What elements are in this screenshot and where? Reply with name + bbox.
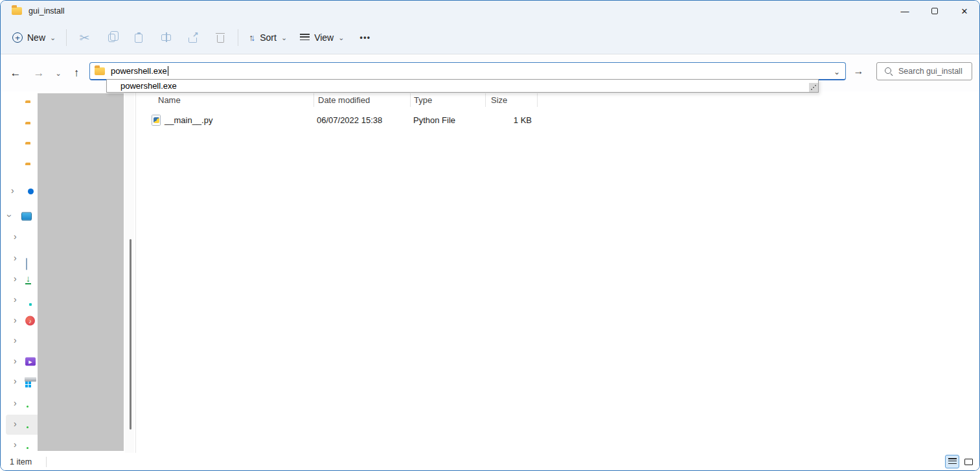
toolbar-divider	[66, 29, 67, 46]
chevron-right-icon[interactable]: ›	[14, 375, 17, 387]
this-pc-icon	[21, 213, 32, 221]
forward-icon: →	[34, 67, 45, 80]
share-button[interactable]: ↗	[179, 27, 207, 49]
file-list: ^ Name Date modified Type Size __main__.…	[137, 91, 979, 453]
chevron-right-icon[interactable]: ›	[14, 355, 17, 367]
chevron-right-icon[interactable]: ›	[11, 185, 14, 196]
column-header-date-modified[interactable]: Date modified	[318, 91, 370, 108]
search-box[interactable]	[876, 62, 972, 80]
go-arrow-icon: →	[854, 65, 864, 77]
search-input[interactable]	[898, 67, 966, 76]
up-icon: ↑	[74, 67, 80, 80]
share-icon: ↗	[188, 32, 198, 43]
address-input-value: powershell.exe	[111, 66, 167, 76]
up-button[interactable]: ↑	[67, 55, 86, 91]
close-icon: ✕	[961, 6, 968, 16]
rename-icon	[161, 34, 171, 41]
trash-icon	[217, 35, 224, 43]
rename-button[interactable]	[152, 27, 179, 49]
column-separator	[410, 93, 411, 107]
folder-icon	[95, 67, 105, 75]
chevron-right-icon[interactable]: ›	[14, 397, 17, 409]
music-icon: ♪	[25, 316, 35, 326]
column-header-type[interactable]: Type	[414, 91, 432, 108]
copy-icon	[108, 34, 115, 42]
toolbar-divider	[238, 29, 238, 46]
downloads-icon: ↓	[25, 274, 31, 284]
file-name: __main__.py	[165, 111, 212, 129]
chevron-right-icon[interactable]: ›	[14, 252, 17, 264]
chevron-down-icon: ⌄	[338, 34, 344, 41]
column-separator	[313, 93, 314, 107]
plus-circle-icon: +	[12, 32, 23, 43]
chevron-right-icon[interactable]: ›	[14, 293, 17, 305]
copy-button[interactable]	[98, 27, 125, 49]
chevron-right-icon[interactable]: ›	[14, 439, 17, 450]
file-date-modified: 06/07/2022 15:38	[317, 111, 382, 129]
sort-button-label: Sort	[260, 32, 277, 43]
address-bar[interactable]: powershell.exe ⌄	[89, 62, 846, 80]
file-type: Python File	[413, 111, 455, 129]
sort-button[interactable]: ↑↓ Sort ⌄	[242, 27, 293, 49]
sidebar-scrollbar-thumb[interactable]	[130, 239, 131, 430]
ellipsis-icon: •••	[359, 33, 370, 42]
text-cursor	[168, 66, 168, 76]
chevron-right-icon[interactable]: ›	[14, 314, 17, 326]
paste-icon	[135, 34, 142, 43]
view-button[interactable]: View ⌄	[293, 27, 350, 49]
forward-button[interactable]: →	[29, 55, 49, 91]
address-dropdown-chevron-icon[interactable]: ⌄	[834, 67, 840, 76]
cut-icon: ✂	[79, 30, 89, 45]
delete-button[interactable]	[207, 27, 234, 49]
search-icon	[884, 67, 893, 76]
more-options-button[interactable]: •••	[350, 33, 380, 42]
details-view-icon	[948, 458, 957, 465]
chevron-down-icon: ⌄	[50, 34, 56, 41]
chevron-right-icon[interactable]: ›	[14, 273, 17, 284]
chevron-right-icon[interactable]: ›	[14, 418, 17, 430]
address-autocomplete-dropdown: powershell.exe	[106, 79, 819, 93]
maximize-button[interactable]	[920, 1, 950, 21]
file-explorer-window: gui_install — ✕ + New ⌄ ✂ ↗ ↑↓ Sort ⌄	[0, 0, 980, 471]
file-row[interactable]: __main__.py 06/07/2022 15:38 Python File…	[143, 111, 545, 129]
cut-button[interactable]: ✂	[71, 27, 98, 49]
documents-icon	[26, 258, 27, 270]
column-separator	[537, 93, 538, 107]
recent-locations-button[interactable]: ⌄	[51, 55, 65, 91]
new-button[interactable]: + New ⌄	[6, 27, 62, 49]
chevron-right-icon[interactable]: ›	[14, 231, 17, 242]
python-file-icon	[152, 111, 161, 129]
navigation-pane: › › › › › ↓ ›	[1, 91, 136, 453]
minimize-button[interactable]: —	[890, 1, 920, 21]
column-header-size[interactable]: Size	[491, 91, 507, 108]
autocomplete-suggestion[interactable]: powershell.exe	[107, 80, 818, 92]
item-count: 1 item	[10, 457, 32, 466]
chevron-right-icon[interactable]: ›	[14, 334, 17, 346]
status-bar: 1 item	[1, 453, 979, 470]
view-button-label: View	[314, 32, 334, 43]
chevron-down-icon: ⌄	[55, 69, 61, 78]
folder-icon	[12, 7, 22, 15]
redacted-region	[38, 93, 124, 451]
large-icons-view-button[interactable]	[961, 455, 975, 468]
new-button-label: New	[27, 32, 45, 43]
sort-arrows-icon: ↑↓	[249, 32, 255, 43]
close-button[interactable]: ✕	[950, 1, 979, 21]
column-separator	[485, 93, 486, 107]
paste-button[interactable]	[125, 27, 152, 49]
window-controls: — ✕	[890, 1, 979, 21]
resize-grip[interactable]	[809, 83, 818, 92]
main-area: › › › › › ↓ ›	[1, 91, 979, 453]
column-header-name[interactable]: Name	[158, 91, 181, 108]
back-icon: ←	[10, 67, 21, 80]
videos-icon: ▶	[25, 358, 36, 366]
large-icons-view-icon	[964, 459, 973, 465]
window-title: gui_install	[28, 6, 65, 16]
view-toggles	[945, 455, 975, 468]
minimize-icon: —	[901, 6, 909, 16]
go-to-button[interactable]: →	[848, 62, 869, 80]
back-button[interactable]: ←	[6, 55, 25, 91]
view-lines-icon	[300, 34, 310, 42]
details-view-button[interactable]	[945, 455, 959, 468]
chevron-expanded-icon[interactable]: ›	[4, 214, 16, 218]
